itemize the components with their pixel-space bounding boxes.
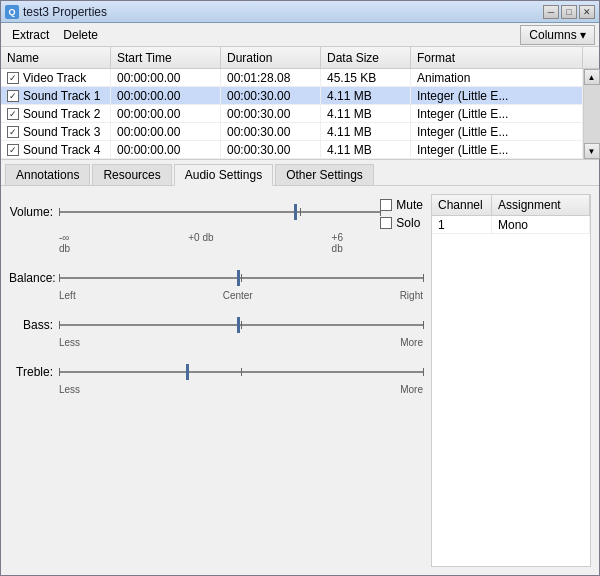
balance-right-label: Right — [400, 290, 423, 301]
td-duration-4: 00:00:30.00 — [221, 141, 321, 158]
td-name-2: Sound Track 2 — [1, 105, 111, 122]
menu-bar: Extract Delete Columns ▾ — [1, 23, 599, 47]
volume-tick-right — [380, 208, 381, 216]
td-name-3: Sound Track 3 — [1, 123, 111, 140]
treble-thumb[interactable] — [186, 364, 189, 380]
table-row[interactable]: Sound Track 300:00:00.0000:00:30.004.11 … — [1, 123, 583, 141]
td-name-1: Sound Track 1 — [1, 87, 111, 104]
scroll-track[interactable] — [584, 85, 600, 143]
row-checkbox-0[interactable] — [7, 72, 19, 84]
app-icon: Q — [5, 5, 19, 19]
volume-tick-left — [59, 208, 60, 216]
td-duration-0: 00:01:28.08 — [221, 69, 321, 86]
th-format: Format — [411, 47, 583, 68]
bass-tick-center — [241, 321, 242, 329]
volume-label: Volume: — [9, 205, 59, 219]
row-name-2: Sound Track 2 — [23, 107, 100, 121]
bass-row: Bass: — [9, 315, 423, 335]
minimize-button[interactable]: ─ — [543, 5, 559, 19]
content-area: Volume: Mute — [1, 186, 599, 575]
td-size-2: 4.11 MB — [321, 105, 411, 122]
td-start-2: 00:00:00.00 — [111, 105, 221, 122]
balance-label: Balance: — [9, 271, 59, 285]
bass-track — [59, 324, 423, 326]
mute-solo-area: Mute Solo — [380, 194, 423, 230]
mute-label: Mute — [396, 198, 423, 212]
solo-checkbox[interactable] — [380, 217, 392, 229]
balance-thumb[interactable] — [237, 270, 240, 286]
treble-tick-right — [423, 368, 424, 376]
th-data-size: Data Size — [321, 47, 411, 68]
scroll-up-button[interactable]: ▲ — [584, 69, 600, 85]
balance-tick-left — [59, 274, 60, 282]
balance-tick-center — [241, 274, 242, 282]
close-button[interactable]: ✕ — [579, 5, 595, 19]
row-checkbox-4[interactable] — [7, 144, 19, 156]
treble-tick-center — [241, 368, 242, 376]
mute-checkbox[interactable] — [380, 199, 392, 211]
scroll-down-button[interactable]: ▼ — [584, 143, 600, 159]
channel-td-num: 1 — [432, 216, 492, 234]
volume-tick-center — [300, 208, 301, 216]
table-row[interactable]: Video Track00:00:00.0000:01:28.0845.15 K… — [1, 69, 583, 87]
columns-button[interactable]: Columns ▾ — [520, 25, 595, 45]
td-start-0: 00:00:00.00 — [111, 69, 221, 86]
volume-thumb[interactable] — [294, 204, 297, 220]
row-checkbox-2[interactable] — [7, 108, 19, 120]
bass-section: Bass: Less More — [9, 315, 423, 348]
maximize-button[interactable]: □ — [561, 5, 577, 19]
title-bar: Q test3 Properties ─ □ ✕ — [1, 1, 599, 23]
tab-audio-settings[interactable]: Audio Settings — [174, 164, 273, 186]
td-start-1: 00:00:00.00 — [111, 87, 221, 104]
td-name-4: Sound Track 4 — [1, 141, 111, 158]
row-checkbox-3[interactable] — [7, 126, 19, 138]
volume-min-label: -∞ db — [59, 232, 70, 254]
th-name: Name — [1, 47, 111, 68]
treble-less-label: Less — [59, 384, 80, 395]
td-size-4: 4.11 MB — [321, 141, 411, 158]
bass-more-label: More — [400, 337, 423, 348]
row-checkbox-1[interactable] — [7, 90, 19, 102]
treble-section: Treble: Less More — [9, 362, 423, 395]
balance-center-label: Center — [76, 290, 400, 301]
balance-left-label: Left — [59, 290, 76, 301]
tab-resources[interactable]: Resources — [92, 164, 171, 185]
table-row[interactable]: Sound Track 200:00:00.0000:00:30.004.11 … — [1, 105, 583, 123]
td-start-4: 00:00:00.00 — [111, 141, 221, 158]
bass-tick-right — [423, 321, 424, 329]
title-controls: ─ □ ✕ — [543, 5, 595, 19]
volume-max-label: +6 db — [332, 232, 343, 254]
treble-label: Treble: — [9, 365, 59, 379]
td-format-2: Integer (Little E... — [411, 105, 583, 122]
bass-thumb[interactable] — [237, 317, 240, 333]
td-format-4: Integer (Little E... — [411, 141, 583, 158]
td-name-0: Video Track — [1, 69, 111, 86]
bass-label: Bass: — [9, 318, 59, 332]
volume-track — [59, 211, 380, 213]
bass-spacer — [80, 337, 400, 348]
menu-delete[interactable]: Delete — [56, 25, 105, 45]
solo-label: Solo — [396, 216, 420, 230]
td-size-3: 4.11 MB — [321, 123, 411, 140]
volume-labels: -∞ db +0 db +6 db — [59, 232, 423, 254]
treble-labels: Less More — [59, 384, 423, 395]
menu-extract[interactable]: Extract — [5, 25, 56, 45]
td-format-0: Animation — [411, 69, 583, 86]
tab-other-settings[interactable]: Other Settings — [275, 164, 374, 185]
table-row[interactable]: Sound Track 400:00:00.0000:00:30.004.11 … — [1, 141, 583, 159]
tab-annotations[interactable]: Annotations — [5, 164, 90, 185]
treble-slider-container — [59, 362, 423, 382]
treble-more-label: More — [400, 384, 423, 395]
treble-track — [59, 371, 423, 373]
table-scrollbar[interactable]: ▲ ▼ — [583, 69, 599, 159]
td-duration-3: 00:00:30.00 — [221, 123, 321, 140]
main-window: Q test3 Properties ─ □ ✕ Extract Delete … — [0, 0, 600, 576]
channel-table: Channel Assignment 1 Mono — [431, 194, 591, 567]
volume-row: Volume: Mute — [9, 194, 423, 230]
td-start-3: 00:00:00.00 — [111, 123, 221, 140]
balance-tick-right — [423, 274, 424, 282]
balance-track — [59, 277, 423, 279]
table-row[interactable]: Sound Track 100:00:00.0000:00:30.004.11 … — [1, 87, 583, 105]
channel-th-assignment: Assignment — [492, 195, 590, 215]
row-name-0: Video Track — [23, 71, 86, 85]
